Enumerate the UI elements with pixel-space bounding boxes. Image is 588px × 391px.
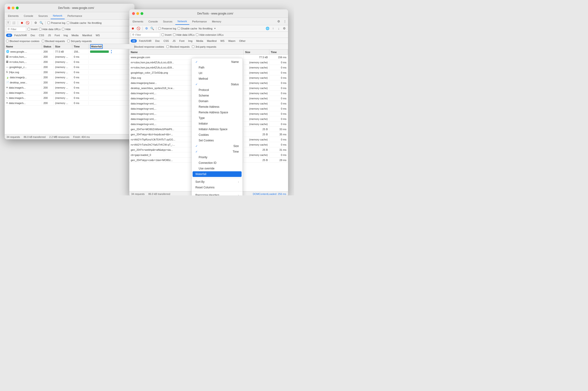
download-icon-2[interactable]: ↓ bbox=[276, 26, 281, 31]
pill-fetch-1[interactable]: Fetch/XHR bbox=[13, 34, 28, 37]
table-row[interactable]: 🌐 www.google.... 200 77.5 kB 156.. bbox=[5, 49, 134, 54]
pill-doc-1[interactable]: Doc bbox=[29, 34, 37, 37]
hide-extension-2[interactable]: Hide extension URLs bbox=[196, 33, 223, 36]
ctx-item-protocol[interactable]: Protocol bbox=[192, 87, 243, 93]
ctx-item-scheme[interactable]: Scheme bbox=[192, 93, 243, 98]
table-row[interactable]: 🍃 data:image/p... 200 (memory ... 0 ms bbox=[5, 75, 134, 80]
table-row[interactable]: ✶ data:image/s... 200 (memory ... 0 ms bbox=[5, 100, 134, 106]
invert-label-2[interactable]: Invert bbox=[162, 33, 172, 36]
ctx-item-reset-columns[interactable]: Reset Columns bbox=[192, 185, 243, 190]
table-row[interactable]: 📄 desktop_sear... 200 (memory ... 0 ms bbox=[5, 80, 134, 85]
table-row[interactable]: ✕ data:image/s... 200 (memory ... 0 ms bbox=[5, 85, 134, 90]
tab-console-1[interactable]: Console bbox=[21, 13, 35, 19]
pill-all-1[interactable]: All bbox=[6, 34, 12, 37]
pill-css-1[interactable]: CSS bbox=[37, 34, 46, 37]
pill-media-1[interactable]: Media bbox=[70, 34, 80, 37]
hide-checkbox-1[interactable] bbox=[62, 28, 65, 30]
maximize-button-2[interactable] bbox=[140, 12, 143, 15]
hide-data-urls-checkbox-2[interactable] bbox=[173, 33, 176, 36]
hide-extension-checkbox-2[interactable] bbox=[196, 33, 198, 36]
disable-cache-checkbox-1[interactable] bbox=[67, 21, 69, 24]
tab-console-2[interactable]: Console bbox=[146, 18, 160, 25]
maximize-button-1[interactable] bbox=[16, 6, 19, 9]
settings-icon-2[interactable]: ⚙ bbox=[282, 26, 287, 31]
ctx-item-url[interactable]: Url bbox=[192, 70, 243, 76]
ctx-item-cookies[interactable]: Cookies bbox=[192, 132, 243, 138]
pill-js-1[interactable]: JS bbox=[46, 34, 53, 37]
ctx-item-waterfall[interactable]: Waterfall bbox=[193, 171, 242, 177]
th-name-1[interactable]: Name bbox=[5, 44, 42, 49]
record-button-1[interactable]: ⏺ bbox=[20, 21, 24, 25]
hide-data-urls-1[interactable]: Hide data URLs bbox=[39, 28, 61, 31]
pill-css-2[interactable]: CSS bbox=[162, 39, 171, 43]
tab-performance-1[interactable]: Performance bbox=[65, 13, 84, 19]
blocked-requests-1[interactable]: Blocked requests bbox=[42, 40, 65, 43]
pill-img-1[interactable]: Img bbox=[62, 34, 69, 37]
throttle-select-2[interactable]: No throttling bbox=[199, 27, 212, 30]
hide-data-urls-2[interactable]: Hide data URLs bbox=[173, 33, 195, 36]
pill-js-2[interactable]: JS bbox=[171, 39, 177, 43]
ctx-item-type[interactable]: Type bbox=[192, 115, 243, 121]
pill-manifest-1[interactable]: Manifest bbox=[80, 34, 94, 37]
preserve-log-label-2[interactable]: Preserve log bbox=[158, 27, 176, 30]
table-row[interactable]: 🖼 m=cdos,hsm,... 200 (memory ... 0 ms bbox=[5, 59, 134, 65]
th-name-2[interactable]: Name bbox=[129, 50, 244, 54]
table-row[interactable]: — googlelogo_c... 200 (memory ... 0 ms bbox=[5, 65, 134, 70]
device-toggle-icon[interactable]: ⬜ bbox=[12, 21, 16, 25]
throttle-arrow-2[interactable]: ▼ bbox=[214, 27, 216, 30]
throttle-select-1[interactable]: No throttling bbox=[88, 21, 102, 24]
ctx-item-name[interactable]: Name bbox=[192, 59, 243, 65]
disable-cache-label-2[interactable]: Disable cache bbox=[178, 27, 197, 30]
blocked-cookies-2[interactable]: Blocked response cookies bbox=[131, 45, 164, 48]
ctx-item-response-headers[interactable]: Response Headers › bbox=[192, 192, 243, 196]
th-size-2[interactable]: Size bbox=[244, 50, 269, 54]
th-time-2[interactable]: Time bbox=[269, 50, 288, 54]
tab-sources-2[interactable]: Sources bbox=[161, 18, 175, 25]
ctx-item-connection-id[interactable]: Connection ID bbox=[192, 160, 243, 166]
pill-img-2[interactable]: Img bbox=[187, 39, 194, 43]
clear-button-2[interactable]: 🚫 bbox=[136, 26, 140, 31]
tab-network-1[interactable]: Network bbox=[51, 13, 65, 19]
tab-memory-2[interactable]: Memory bbox=[210, 18, 224, 25]
close-button-1[interactable] bbox=[7, 6, 10, 9]
record-button-2[interactable]: ⏺ bbox=[131, 26, 135, 31]
pill-wasm-2[interactable]: Wasm bbox=[227, 39, 237, 43]
minimize-button-2[interactable] bbox=[136, 12, 139, 15]
pill-manifest-2[interactable]: Manifest bbox=[205, 39, 218, 43]
preserve-log-label-1[interactable]: Preserve log bbox=[47, 21, 65, 24]
preserve-log-checkbox-1[interactable] bbox=[47, 21, 50, 24]
pill-doc-2[interactable]: Doc bbox=[154, 39, 162, 43]
hide-label-1[interactable]: Hide bbox=[62, 28, 71, 31]
th-waterfall-1[interactable]: Waterfall bbox=[89, 44, 134, 49]
more-icon-2[interactable]: ⋮ bbox=[282, 19, 287, 24]
third-party-1[interactable]: 3rd-party requests bbox=[67, 40, 91, 43]
table-row[interactable]: △ data:image/s... 200 (memory ... 0 ms bbox=[5, 90, 134, 95]
filter-button-1[interactable]: ⚙ bbox=[34, 21, 38, 25]
inspect-icon[interactable]: ⠿ bbox=[6, 21, 10, 25]
pill-all-2[interactable]: All bbox=[131, 39, 137, 43]
tab-sources-1[interactable]: Sources bbox=[36, 13, 50, 19]
pill-ws-2[interactable]: WS bbox=[219, 39, 226, 43]
table-row[interactable]: ∿ data:image/s... 200 (memory ... 0 ms bbox=[5, 95, 134, 100]
ctx-item-status[interactable]: Status bbox=[192, 82, 243, 87]
pill-media-2[interactable]: Media bbox=[195, 39, 205, 43]
blocked-requests-2[interactable]: Blocked requests bbox=[166, 45, 190, 48]
close-button-2[interactable] bbox=[132, 12, 135, 15]
preserve-log-checkbox-2[interactable] bbox=[158, 27, 161, 30]
tab-elements-2[interactable]: Elements bbox=[130, 18, 146, 25]
upload-icon-2[interactable]: ↑ bbox=[271, 26, 275, 31]
ctx-item-priority[interactable]: Priority bbox=[192, 155, 243, 160]
pill-font-1[interactable]: Font bbox=[53, 34, 62, 37]
th-time-1[interactable]: Time bbox=[72, 44, 89, 49]
pill-ws-1[interactable]: WS bbox=[94, 34, 102, 37]
ctx-item-initiator-space[interactable]: Initiator Address Space bbox=[192, 126, 243, 132]
invert-checkbox-1[interactable] bbox=[28, 28, 30, 30]
wifi-icon-2[interactable]: 🌐 bbox=[265, 26, 270, 31]
ctx-item-time[interactable]: Time bbox=[192, 149, 243, 155]
tab-elements-1[interactable]: Elements bbox=[5, 13, 21, 19]
ctx-item-remote-address[interactable]: Remote Address bbox=[192, 104, 243, 110]
third-party-2[interactable]: 3rd-party requests bbox=[192, 45, 216, 48]
ctx-item-set-cookies[interactable]: Set Cookies bbox=[192, 138, 243, 143]
minimize-button-1[interactable] bbox=[12, 6, 14, 9]
search-button-2[interactable]: 🔍 bbox=[150, 26, 154, 31]
